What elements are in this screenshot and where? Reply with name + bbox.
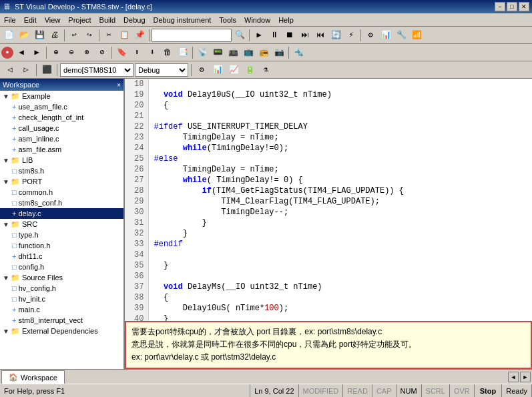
tb-run2[interactable]: ⏸: [267, 28, 282, 43]
tb-t11[interactable]: 📑: [176, 45, 190, 60]
tree-config-h[interactable]: □ config.h: [0, 262, 123, 272]
tb-t2[interactable]: ▶: [29, 45, 44, 60]
tb-t3[interactable]: ⊕: [49, 45, 63, 60]
tb-t4[interactable]: ⊖: [64, 45, 79, 60]
tb-run6[interactable]: 🔄: [328, 28, 343, 43]
nav-right[interactable]: ▶: [520, 372, 531, 382]
tb-run1[interactable]: ▶: [252, 28, 266, 43]
tb-extra2[interactable]: 📊: [378, 28, 393, 43]
tb-t1[interactable]: ◀: [14, 45, 29, 60]
tb-t8[interactable]: ⬆: [129, 45, 144, 60]
tree-source-files[interactable]: ▼ 📁 Source Files: [0, 272, 123, 283]
menu-edit[interactable]: Edit: [20, 15, 41, 25]
stop-button[interactable]: Stop: [475, 384, 502, 397]
tb-find[interactable]: 🔍: [232, 28, 247, 43]
tree-stm8-interrupt[interactable]: + stm8_interrupt_vect: [0, 315, 123, 326]
tb-t18[interactable]: 🔩: [291, 45, 306, 60]
tree-src[interactable]: ▼ 📁 SRC: [0, 219, 123, 230]
tree-asm-inline[interactable]: + asm_inline.c: [0, 133, 123, 144]
file-icon: +: [12, 145, 16, 153]
menu-window[interactable]: Window: [240, 15, 274, 25]
minimize-button[interactable]: −: [495, 2, 505, 11]
tree-lib[interactable]: ▼ 📁 LIB: [0, 155, 123, 165]
bottom-tabs: 🏠 Workspace ◀ ▶: [0, 369, 532, 384]
tree-stm8s-conf[interactable]: □ stm8s_conf.h: [0, 197, 123, 208]
menu-project[interactable]: Project: [64, 15, 95, 25]
tb-c1[interactable]: ◁: [3, 63, 17, 77]
tb-open[interactable]: 📂: [17, 28, 31, 43]
tb-extra3[interactable]: 🔧: [394, 28, 409, 43]
tree-asm-file[interactable]: + asm_file.asm: [0, 144, 123, 155]
tb-t17[interactable]: 📷: [272, 45, 286, 60]
workspace-close[interactable]: ×: [117, 81, 121, 89]
tree-port[interactable]: ▼ 📁 PORT: [0, 176, 123, 187]
tb-extra4[interactable]: 📶: [409, 28, 424, 43]
tb-undo[interactable]: ↩: [67, 28, 81, 43]
tb-copy[interactable]: 📋: [117, 28, 131, 43]
tb-t15[interactable]: 📺: [241, 45, 256, 60]
tree-check-length[interactable]: + check_length_of_int: [0, 112, 123, 123]
tb-t9[interactable]: ⬇: [145, 45, 160, 60]
menu-debug[interactable]: Debug: [119, 15, 149, 25]
tb-c2[interactable]: ▷: [19, 63, 33, 77]
tb-t7[interactable]: 🔖: [114, 45, 129, 60]
tb-paste[interactable]: 📌: [132, 28, 147, 43]
tree-label: main.c: [18, 306, 39, 314]
tb-t16[interactable]: 📻: [256, 45, 271, 60]
tb-c7[interactable]: 🔋: [242, 63, 257, 77]
tb-run4[interactable]: ⏭: [298, 28, 312, 43]
tb-new[interactable]: 📄: [1, 28, 16, 43]
tb-t10[interactable]: 🗑: [160, 45, 175, 60]
tb-t6[interactable]: ⊘: [95, 45, 109, 60]
tree-stm8s-h[interactable]: □ stm8s.h: [0, 165, 123, 176]
tree-dht11[interactable]: + dht11.c: [0, 251, 123, 262]
tree-example[interactable]: ▼ 📁 Example: [0, 91, 123, 101]
cap-indicator: CAP: [372, 384, 396, 397]
tb-record[interactable]: ●: [1, 47, 13, 59]
menu-tools[interactable]: Tools: [215, 15, 240, 25]
menu-view[interactable]: View: [41, 15, 65, 25]
tb-save[interactable]: 💾: [32, 28, 47, 43]
tree-type-h[interactable]: □ type.h: [0, 230, 123, 240]
tb-t13[interactable]: 📟: [210, 45, 225, 60]
tb-t14[interactable]: 📠: [226, 45, 240, 60]
menu-help[interactable]: Help: [274, 15, 298, 25]
tb-print[interactable]: 🖨: [47, 28, 62, 43]
search-input[interactable]: [152, 29, 232, 42]
tb-c5[interactable]: 📊: [210, 63, 225, 77]
tb-t12[interactable]: 📡: [195, 45, 210, 60]
config-combo[interactable]: Debug: [135, 63, 188, 77]
tree-function-h[interactable]: □ function.h: [0, 240, 123, 251]
tree-hv-init[interactable]: □ hv_init.c: [0, 294, 123, 304]
tb-c6[interactable]: 📈: [226, 63, 241, 77]
tree-delay-c[interactable]: + delay.c: [0, 208, 123, 219]
project-combo[interactable]: demo[STM8S10: [60, 63, 134, 77]
close-button[interactable]: ✕: [519, 2, 529, 11]
tb-run5[interactable]: ⏮: [313, 28, 328, 43]
tree-main[interactable]: + main.c: [0, 304, 123, 315]
tree-call-usage[interactable]: + call_usage.c: [0, 123, 123, 133]
menu-debug-instrument[interactable]: Debug instrument: [150, 15, 216, 25]
code-editor[interactable]: 18 19 void Delay10uS(__IO uint32_t nTime…: [125, 79, 532, 321]
msg-line2: 意思是說，你就算是同時工作在很多不同的cpu，只需為此 port好特定功能及可。: [131, 338, 525, 351]
folder-icon: 📁: [11, 177, 20, 186]
tb-run7[interactable]: ⚡: [344, 28, 358, 43]
tb-cut[interactable]: ✂: [101, 28, 116, 43]
tb-c4[interactable]: ⚙: [194, 63, 209, 77]
tree-use-asm[interactable]: + use_asm_file.c: [0, 101, 123, 112]
tb-c3[interactable]: ⬛: [39, 63, 54, 77]
tb-run3[interactable]: ⏹: [282, 28, 297, 43]
tb-t5[interactable]: ⊗: [79, 45, 94, 60]
tree-ext-dep[interactable]: ▼ 📁 External Dependencies: [0, 326, 123, 336]
tb-redo[interactable]: ↪: [82, 28, 97, 43]
tree-hv-config[interactable]: □ hv_config.h: [0, 283, 123, 294]
tree-common-h[interactable]: □ common.h: [0, 187, 123, 197]
maximize-button[interactable]: □: [507, 2, 517, 11]
tab-workspace[interactable]: 🏠 Workspace: [1, 370, 65, 384]
tb-c8[interactable]: ⚗: [258, 63, 273, 77]
code-content: [148, 79, 532, 89]
menu-file[interactable]: File: [0, 15, 20, 25]
menu-build[interactable]: Build: [95, 15, 119, 25]
tb-extra1[interactable]: ⚙: [363, 28, 378, 43]
nav-left[interactable]: ◀: [508, 372, 519, 382]
